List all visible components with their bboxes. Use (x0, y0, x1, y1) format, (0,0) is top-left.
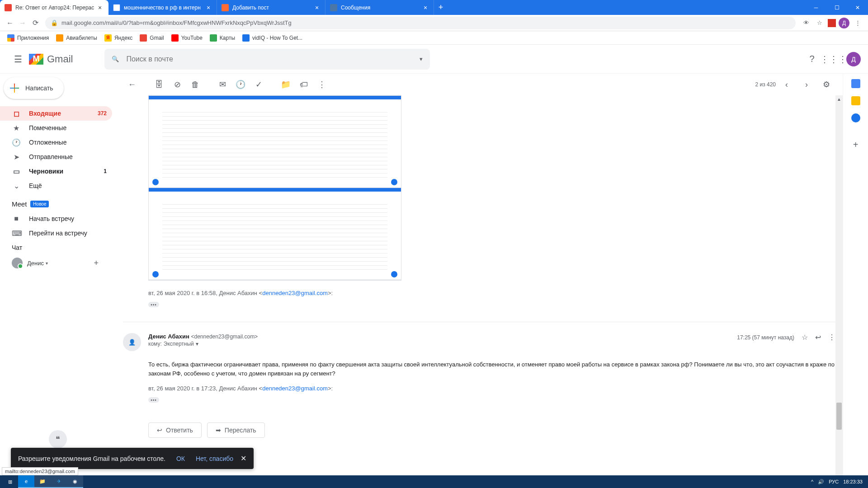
menu-icon[interactable]: ⋮ (852, 18, 863, 28)
toast-ok-button[interactable]: ОК (176, 455, 185, 462)
tab-close-icon[interactable]: × (96, 4, 104, 11)
scrollbar-thumb[interactable] (836, 403, 842, 430)
taskbar-app-edge[interactable]: e (18, 475, 34, 488)
tray-language[interactable]: РУС (829, 479, 839, 484)
taskbar-app-explorer[interactable]: 📁 (34, 475, 51, 488)
eye-icon[interactable]: 👁 (801, 18, 811, 28)
tasks-addon-icon[interactable] (851, 113, 860, 122)
more-icon[interactable]: ⋮ (828, 333, 835, 342)
delete-button[interactable]: 🗑 (186, 75, 204, 94)
bookmark-item[interactable]: vidIQ - How To Get... (239, 32, 306, 44)
labels-button[interactable]: 🏷 (295, 75, 313, 94)
forward-button[interactable]: → (16, 17, 29, 29)
show-trimmed-button[interactable]: ••• (148, 397, 159, 403)
attachment-thumbnail[interactable] (148, 95, 401, 281)
gmail-logo[interactable]: Gmail (29, 53, 73, 65)
apps-bookmark[interactable]: Приложения (4, 32, 52, 44)
nav-label: Черновики (29, 168, 63, 175)
tab-close-icon[interactable]: × (422, 4, 429, 11)
bookmark-label: Яндекс (114, 35, 132, 41)
toast-dismiss-button[interactable]: Нет, спасибо (196, 455, 233, 462)
search-options-icon[interactable]: ▾ (420, 56, 423, 62)
snooze-button[interactable]: 🕐 (231, 75, 250, 94)
show-trimmed-button[interactable]: ••• (148, 302, 159, 307)
reply-icon[interactable]: ↩ (815, 333, 821, 342)
sidebar-starred[interactable]: ★ Помеченные (0, 121, 112, 135)
star-message-icon[interactable]: ☆ (802, 333, 808, 342)
search-input[interactable] (126, 55, 420, 63)
add-chat-icon[interactable]: + (94, 258, 99, 268)
email-link[interactable]: denneden23@gmail.com (262, 385, 328, 392)
window-controls: ─ ☐ ✕ (806, 0, 868, 15)
tray-clock[interactable]: 18:23:33 (843, 479, 863, 484)
search-box[interactable]: 🔍 ▾ (104, 49, 430, 70)
star-icon[interactable]: ☆ (814, 18, 825, 28)
close-button[interactable]: ✕ (847, 0, 868, 15)
tab-close-icon[interactable]: × (313, 4, 321, 11)
main-menu-button[interactable]: ☰ (7, 48, 29, 70)
email-link[interactable]: denneden23@gmail.com (262, 290, 328, 296)
back-to-inbox-button[interactable]: ← (123, 75, 141, 94)
search-icon[interactable]: 🔍 (112, 56, 119, 62)
chat-user-row[interactable]: Денис ▾ + (0, 255, 116, 271)
calendar-addon-icon[interactable] (851, 79, 860, 88)
meet-join[interactable]: ⌨ Перейти на встречу (0, 226, 112, 240)
add-tasks-button[interactable]: ✓ (250, 75, 268, 94)
bookmark-favicon (242, 34, 250, 42)
scrollbar[interactable]: ▲ ▼ (835, 95, 843, 488)
profile-button[interactable]: Д (839, 18, 849, 28)
taskbar-app-telegram[interactable]: ✈ (51, 475, 67, 488)
tray-chevron-icon[interactable]: ^ (811, 479, 813, 484)
reply-button[interactable]: ↩Ответить (148, 422, 202, 438)
settings-icon[interactable]: ⚙ (817, 75, 835, 94)
bookmark-item[interactable]: Карты (206, 32, 239, 44)
sidebar-drafts[interactable]: ▭ Черновики 1 (0, 164, 112, 178)
toast-close-icon[interactable]: ✕ (241, 454, 246, 463)
new-tab-button[interactable]: + (434, 0, 448, 15)
prev-message-button[interactable]: ‹ (778, 75, 796, 94)
bookmark-item[interactable]: Gmail (136, 32, 167, 44)
extension-icon[interactable] (828, 19, 836, 27)
tray-volume-icon[interactable]: 🔊 (818, 479, 824, 485)
maximize-button[interactable]: ☐ (826, 0, 847, 15)
archive-button[interactable]: 🗄 (150, 75, 168, 94)
report-spam-button[interactable]: ⊘ (168, 75, 186, 94)
more-actions-button[interactable]: ⋮ (313, 75, 331, 94)
sidebar-sent[interactable]: ➤ Отправленные (0, 150, 112, 164)
scroll-up-arrow[interactable]: ▲ (835, 95, 843, 103)
chat-username: Денис (27, 260, 44, 267)
get-addons-icon[interactable]: + (853, 140, 859, 150)
star-icon: ★ (12, 124, 21, 132)
support-icon[interactable]: ? (803, 50, 821, 68)
browser-tab-2[interactable]: Добавить пост × (217, 0, 326, 15)
next-message-button[interactable]: › (797, 75, 816, 94)
move-to-button[interactable]: 📁 (277, 75, 295, 94)
back-button[interactable]: ← (4, 17, 16, 29)
sidebar-more[interactable]: ⌄ Ещё (0, 178, 112, 193)
chevron-down-icon: ⌄ (12, 182, 21, 190)
browser-tab-1[interactable]: мошенничество в рф в интерн × (108, 0, 217, 15)
tab-close-icon[interactable]: × (205, 4, 212, 11)
minimize-button[interactable]: ─ (806, 0, 826, 15)
taskbar-app-chrome[interactable]: ◉ (67, 475, 83, 488)
browser-tab-3[interactable]: Сообщения × (326, 0, 434, 15)
apps-grid-icon[interactable]: ⋮⋮⋮ (825, 50, 843, 68)
bookmark-item[interactable]: ЯЯндекс (101, 32, 136, 44)
url-input[interactable]: 🔒 mail.google.com/mail/u/0/?tab=rm&ogbl#… (45, 17, 796, 29)
reload-button[interactable]: ⟳ (29, 17, 42, 29)
start-button[interactable]: ⊞ (2, 475, 18, 488)
sender-avatar[interactable]: 👤 (123, 333, 141, 351)
forward-button[interactable]: ➡Переслать (207, 422, 265, 438)
mark-unread-button[interactable]: ✉ (213, 75, 231, 94)
chevron-down-icon[interactable]: ▾ (46, 261, 48, 266)
keep-addon-icon[interactable] (851, 96, 860, 105)
meet-start[interactable]: ■ Начать встречу (0, 211, 112, 226)
bookmark-item[interactable]: YouTube (168, 32, 206, 44)
bookmark-item[interactable]: Авиабилеты (52, 32, 101, 44)
account-avatar[interactable]: Д (846, 52, 861, 66)
browser-tab-0[interactable]: Re: Ответ от Автор24: Перерас × (0, 0, 108, 15)
chevron-down-icon[interactable]: ▾ (196, 341, 198, 347)
sidebar-inbox[interactable]: ◻ Входящие 372 (0, 106, 112, 121)
compose-button[interactable]: Написать (4, 77, 64, 99)
sidebar-snoozed[interactable]: 🕐 Отложенные (0, 135, 112, 150)
